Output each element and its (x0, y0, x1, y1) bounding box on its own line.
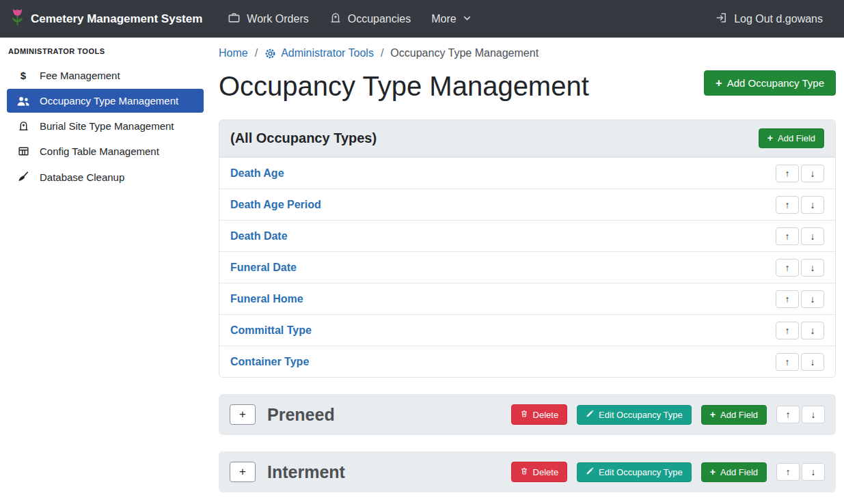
occupancy-type-section-preneed: + Preneed Delete (219, 394, 836, 435)
nav-work-orders-label: Work Orders (247, 13, 308, 25)
expand-section-button[interactable]: + (230, 404, 256, 425)
app-brand[interactable]: Cemetery Management System (11, 7, 202, 31)
admin-tools-sidebar: ADMINISTRATOR TOOLS $ Fee Management Occ… (0, 38, 210, 504)
move-up-button[interactable]: ↑ (776, 463, 800, 481)
field-link-funeral-date[interactable]: Funeral Date (230, 262, 297, 274)
move-up-button[interactable]: ↑ (776, 259, 799, 277)
field-link-funeral-home[interactable]: Funeral Home (230, 293, 303, 305)
logout-icon (716, 12, 728, 27)
add-occupancy-type-label: Add Occupancy Type (727, 77, 824, 89)
sidebar-item-label: Database Cleanup (40, 171, 124, 183)
nav-work-orders[interactable]: Work Orders (217, 5, 318, 32)
section-title: Preneed (267, 405, 511, 425)
move-down-button[interactable]: ↓ (801, 290, 824, 308)
sidebar-item-occupancy-type-management[interactable]: Occupancy Type Management (7, 89, 204, 113)
move-up-button[interactable]: ↑ (776, 290, 799, 308)
move-down-button[interactable]: ↓ (801, 227, 824, 245)
breadcrumb-admin-tools-link[interactable]: Administrator Tools (264, 47, 374, 59)
reorder-controls: ↑ ↓ (776, 259, 824, 277)
move-down-button[interactable]: ↓ (801, 353, 824, 371)
add-field-label: Add Field (778, 133, 815, 143)
logout-link[interactable]: Log Out d.gowans (705, 6, 833, 32)
sidebar-item-label: Config Table Management (40, 145, 159, 157)
field-row: Funeral Date ↑ ↓ (219, 251, 835, 283)
edit-occupancy-type-button[interactable]: Edit Occupancy Type (577, 405, 692, 425)
plus-icon: + (710, 410, 716, 419)
field-row: Committal Type ↑ ↓ (219, 314, 835, 346)
move-down-button[interactable]: ↓ (801, 322, 824, 339)
move-down-button[interactable]: ↓ (801, 196, 824, 214)
move-up-button[interactable]: ↑ (776, 227, 799, 245)
move-up-button[interactable]: ↑ (776, 353, 799, 371)
sidebar-item-label: Burial Site Type Management (40, 120, 174, 132)
page-title: Occupancy Type Management (219, 70, 589, 102)
move-down-button[interactable]: ↓ (802, 406, 825, 423)
field-row: Container Type ↑ ↓ (219, 346, 835, 377)
field-link-container-type[interactable]: Container Type (230, 356, 309, 368)
breadcrumb-separator: / (381, 47, 383, 59)
table-icon (16, 145, 31, 157)
field-row: Death Age ↑ ↓ (219, 157, 835, 188)
reorder-controls: ↑ ↓ (776, 463, 825, 481)
sidebar-item-database-cleanup[interactable]: Database Cleanup (7, 165, 204, 189)
sidebar-item-label: Fee Management (40, 70, 120, 81)
reorder-controls: ↑ ↓ (776, 165, 824, 182)
edit-occupancy-type-button[interactable]: Delete Edit Occupancy Type (577, 462, 692, 482)
section-actions: Delete Delete Edit Occupancy Type + Add … (511, 462, 825, 482)
gear-icon (264, 48, 276, 59)
plus-icon: + (710, 467, 716, 477)
move-down-button[interactable]: ↓ (801, 165, 824, 182)
nav-occupancies[interactable]: Occupancies (319, 6, 422, 32)
trash-icon (520, 409, 528, 420)
field-row: Funeral Home ↑ ↓ (219, 283, 835, 314)
field-row: Death Age Period ↑ ↓ (219, 188, 835, 220)
reorder-controls: ↑ ↓ (776, 322, 824, 339)
all-occupancy-types-card: (All Occupancy Types) + Add Field Death … (219, 120, 836, 378)
delete-occupancy-type-button[interactable]: Delete (511, 404, 568, 425)
sidebar-item-config-table-management[interactable]: Config Table Management (7, 139, 204, 163)
expand-section-button[interactable]: + (230, 462, 256, 482)
sidebar-item-burial-site-type-management[interactable]: Burial Site Type Management (7, 114, 204, 138)
add-field-button[interactable]: + Add Field (701, 462, 767, 482)
move-down-button[interactable]: ↓ (802, 463, 825, 481)
field-link-death-age[interactable]: Death Age (230, 167, 284, 180)
pencil-icon (586, 410, 594, 420)
plus-icon: + (716, 77, 722, 89)
pencil-icon (586, 467, 594, 477)
move-up-button[interactable]: ↑ (776, 406, 800, 423)
sidebar-item-label: Occupancy Type Management (40, 95, 178, 107)
edit-label: Edit Occupancy Type (599, 410, 683, 420)
tombstone-icon (16, 120, 31, 132)
field-row: Death Date ↑ ↓ (219, 220, 835, 251)
section-actions: Delete Edit Occupancy Type + Add Field (511, 404, 825, 425)
add-field-button[interactable]: + Add Field (759, 128, 824, 148)
tombstone-icon (329, 12, 342, 27)
breadcrumb-home-link[interactable]: Home (219, 47, 248, 59)
delete-label: Delete (533, 467, 559, 477)
reorder-controls: ↑ ↓ (776, 406, 825, 423)
field-link-committal-type[interactable]: Committal Type (230, 324, 312, 337)
delete-occupancy-type-button[interactable]: Delete (511, 462, 568, 482)
move-down-button[interactable]: ↓ (801, 259, 824, 277)
app-title: Cemetery Management System (31, 12, 202, 26)
breadcrumb-current: Occupancy Type Management (390, 47, 539, 59)
plus-icon: + (767, 133, 773, 143)
flower-logo-icon (11, 7, 24, 31)
breadcrumb: Home / Administrator Tools / Occupancy T… (219, 47, 836, 59)
trash-icon (520, 466, 528, 477)
add-field-button[interactable]: + Add Field (701, 405, 767, 425)
field-link-death-age-period[interactable]: Death Age Period (230, 199, 321, 211)
nav-more-menu[interactable]: More (421, 8, 481, 31)
move-up-button[interactable]: ↑ (776, 196, 799, 214)
field-link-death-date[interactable]: Death Date (230, 230, 288, 242)
add-field-label: Add Field (720, 410, 758, 420)
logout-label: Log Out d.gowans (734, 13, 823, 25)
breadcrumb-admin-label: Administrator Tools (281, 47, 374, 59)
move-up-button[interactable]: ↑ (776, 322, 799, 339)
section-title: Interment (267, 462, 511, 482)
sidebar-item-fee-management[interactable]: $ Fee Management (7, 64, 204, 87)
add-occupancy-type-button[interactable]: + Add Occupancy Type (704, 70, 836, 96)
move-up-button[interactable]: ↑ (776, 165, 799, 182)
chevron-down-icon (463, 13, 472, 25)
nav-occupancies-label: Occupancies (348, 13, 411, 25)
